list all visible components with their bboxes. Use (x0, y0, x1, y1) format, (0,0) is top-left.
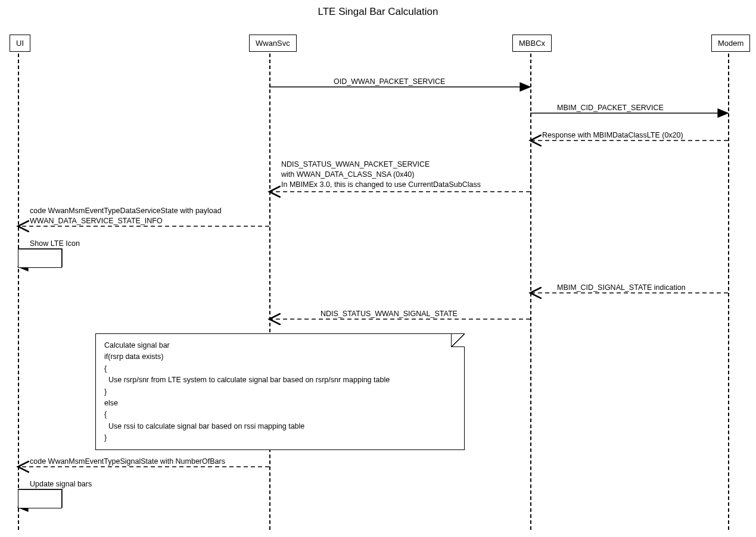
note-l4: Use rsrp/snr from LTE system to calculat… (104, 376, 390, 384)
actor-modem: Modem (711, 35, 750, 52)
note-l1: Calculate signal bar (104, 341, 170, 349)
lifeline-wwansvc (269, 54, 270, 530)
actor-mbbcx: MBBCx (512, 35, 552, 52)
msg-response-lte: Response with MBIMDataClassLTE (0x20) (542, 130, 683, 141)
msg-data-service-state: code WwanMsmEventTypeDataServiceState wi… (30, 206, 222, 226)
actor-ui: UI (10, 35, 30, 52)
msg-data-service-state-l1: code WwanMsmEventTypeDataServiceState wi… (30, 207, 222, 215)
lifeline-ui (18, 54, 19, 530)
msg-signal-state-bars: code WwanMsmEventTypeSignalState with Nu… (30, 457, 225, 467)
note-l5: } (104, 388, 107, 396)
msg-oid-packet-service: OID_WWAN_PACKET_SERVICE (334, 77, 445, 87)
self-activation-show-lte (18, 249, 62, 268)
msg-mbim-signal-state: MBIM_CID_SIGNAL_STATE indication (557, 283, 686, 293)
note-l8: Use rssi to calculate signal bar based o… (104, 422, 304, 430)
actor-wwansvc: WwanSvc (249, 35, 297, 52)
note-fold-corner (451, 333, 465, 347)
lifeline-modem (728, 54, 729, 530)
msg-ndis-signal-state: NDIS_STATUS_WWAN_SIGNAL_STATE (321, 309, 458, 319)
msg-ndis-packet-service-l1: NDIS_STATUS_WWAN_PACKET_SERVICE (281, 160, 430, 168)
note-l9: } (104, 433, 107, 442)
note-calculate-signal-bar: Calculate signal bar if(rsrp data exists… (95, 333, 465, 450)
msg-ndis-packet-service: NDIS_STATUS_WWAN_PACKET_SERVICE with WWA… (281, 160, 481, 190)
diagram-title: LTE Singal Bar Calculation (0, 6, 756, 18)
lifeline-mbbcx (530, 54, 531, 530)
note-l3: { (104, 364, 107, 373)
msg-update-signal-bars: Update signal bars (30, 479, 92, 489)
note-l7: { (104, 410, 107, 419)
msg-data-service-state-l2: WWAN_DATA_SERVICE_STATE_INFO (30, 217, 163, 225)
msg-mbim-packet-service: MBIM_CID_PACKET_SERVICE (557, 103, 664, 113)
sequence-diagram: LTE Singal Bar Calculation UI WwanSvc MB… (0, 0, 756, 537)
note-l6: else (104, 399, 118, 407)
msg-show-lte-icon: Show LTE Icon (30, 239, 80, 249)
self-activation-update-bars (18, 489, 62, 508)
note-l2: if(rsrp data exists) (104, 352, 163, 361)
msg-ndis-packet-service-l3: In MBIMEx 3.0, this is changed to use Cu… (281, 180, 481, 189)
msg-ndis-packet-service-l2: with WWAN_DATA_CLASS_NSA (0x40) (281, 170, 414, 179)
